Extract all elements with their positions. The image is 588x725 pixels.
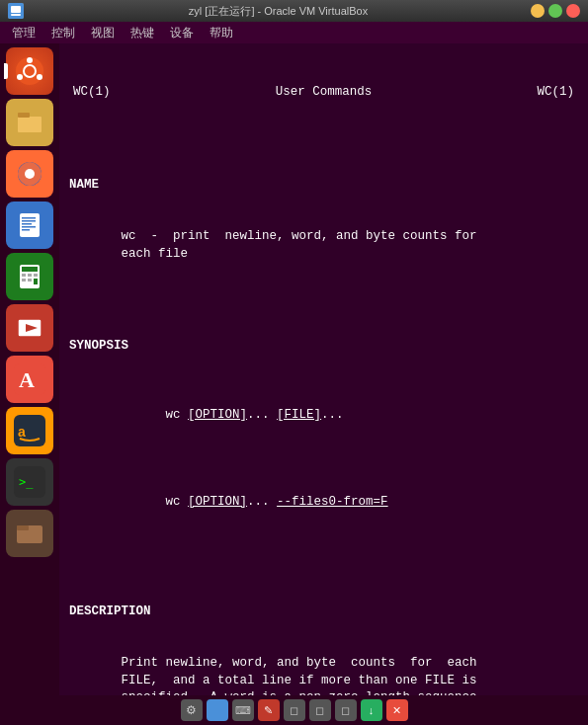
taskbar-icon-8[interactable]: ↓ — [361, 699, 382, 721]
svg-rect-20 — [22, 267, 38, 272]
svg-rect-21 — [22, 274, 26, 277]
taskbar-icon-3[interactable]: ⌨ — [232, 699, 254, 721]
synopsis-line2: wc [OPTION]... --files0-from=F — [69, 476, 578, 528]
close-button[interactable] — [566, 4, 580, 18]
svg-rect-10 — [18, 113, 30, 118]
sidebar-app-folder2[interactable] — [6, 510, 53, 557]
minimize-button[interactable] — [531, 4, 545, 18]
svg-rect-17 — [22, 226, 36, 228]
sidebar-app-impress[interactable] — [6, 304, 53, 352]
menu-hotkey[interactable]: 热键 — [123, 23, 162, 43]
svg-text:A: A — [19, 367, 35, 392]
synopsis-line1: wc [OPTION]... [FILE]... — [69, 390, 578, 443]
svg-rect-9 — [18, 117, 42, 132]
svg-point-7 — [17, 74, 23, 80]
sidebar-app-files[interactable] — [6, 99, 53, 146]
sidebar-app-firefox[interactable] — [6, 150, 53, 198]
app-icon — [8, 3, 24, 19]
sidebar-app-terminal[interactable]: >_ — [6, 458, 53, 506]
svg-rect-26 — [34, 279, 38, 284]
taskbar-icon-4[interactable]: ✎ — [258, 699, 280, 721]
taskbar-icon-1[interactable]: ⚙ — [181, 699, 203, 721]
svg-rect-25 — [28, 279, 32, 282]
wc-header-right: WC(1) — [537, 84, 574, 102]
terminal[interactable]: WC(1) User Commands WC(1) NAME wc - prin… — [59, 43, 588, 725]
svg-point-6 — [37, 74, 42, 80]
active-indicator — [4, 63, 8, 79]
sidebar-app-writer[interactable] — [6, 201, 53, 249]
svg-rect-23 — [34, 274, 38, 277]
sidebar: A a >_ — [0, 43, 59, 725]
svg-rect-15 — [22, 220, 36, 222]
taskbar-icon-6[interactable]: ◻ — [309, 699, 331, 721]
svg-rect-2 — [11, 14, 21, 16]
window-title: zyl [正在运行] - Oracle VM VirtualBox — [30, 4, 527, 19]
sidebar-app-calc[interactable] — [6, 253, 53, 300]
menubar: 管理 控制 视图 热键 设备 帮助 — [0, 22, 588, 43]
titlebar: zyl [正在运行] - Oracle VM VirtualBox — [0, 0, 588, 22]
sidebar-app-font[interactable]: A — [6, 356, 53, 403]
svg-point-12 — [25, 169, 35, 179]
name-section: NAME — [69, 177, 578, 195]
svg-point-5 — [27, 57, 33, 63]
terminal-content: WC(1) User Commands WC(1) NAME wc - prin… — [59, 43, 588, 703]
taskbar: ⚙ ⌨ ✎ ◻ ◻ ◻ ↓ ✕ — [0, 695, 588, 725]
menu-control[interactable]: 控制 — [43, 23, 83, 43]
menu-help[interactable]: 帮助 — [202, 23, 241, 43]
taskbar-icon-7[interactable]: ◻ — [335, 699, 357, 721]
sidebar-app-ubuntu[interactable] — [6, 47, 53, 95]
svg-rect-22 — [28, 274, 32, 277]
svg-rect-18 — [22, 229, 30, 231]
menu-devices[interactable]: 设备 — [162, 23, 202, 43]
svg-rect-13 — [20, 213, 40, 237]
svg-rect-24 — [22, 279, 26, 282]
taskbar-icon-2[interactable] — [207, 699, 228, 721]
wc-header-left: WC(1) — [73, 84, 111, 102]
maximize-button[interactable] — [548, 4, 562, 18]
wc-header-center: User Commands — [276, 84, 373, 102]
menu-view[interactable]: 视图 — [83, 23, 123, 43]
svg-rect-37 — [17, 525, 29, 530]
svg-rect-16 — [22, 223, 32, 225]
name-desc: wc - print newline, word, and byte count… — [69, 228, 578, 263]
svg-rect-14 — [22, 217, 36, 219]
menu-manage[interactable]: 管理 — [4, 23, 43, 43]
taskbar-icon-5[interactable]: ◻ — [284, 699, 305, 721]
svg-text:a: a — [18, 424, 26, 440]
taskbar-icon-9[interactable]: ✕ — [386, 699, 408, 721]
svg-rect-1 — [11, 6, 21, 13]
sidebar-app-amazon[interactable]: a — [6, 407, 53, 454]
description-section: DESCRIPTION — [69, 604, 578, 621]
svg-text:>_: >_ — [19, 475, 34, 489]
synopsis-section: SYNOPSIS — [69, 338, 578, 356]
